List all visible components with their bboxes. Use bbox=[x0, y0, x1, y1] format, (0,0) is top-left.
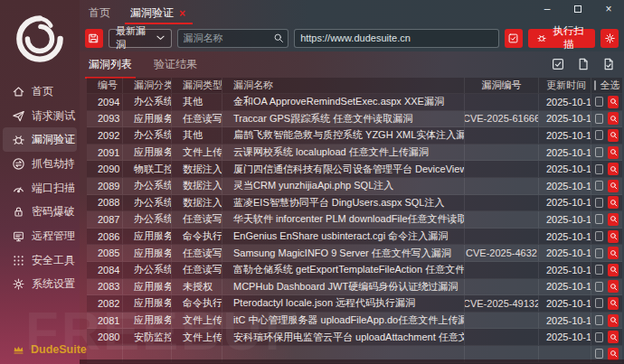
filter-dropdown[interactable]: 最新漏洞 bbox=[109, 29, 172, 48]
row-checkbox[interactable] bbox=[595, 130, 603, 140]
row-search-button[interactable] bbox=[608, 331, 619, 343]
cell-updated: 2025-10-13 bbox=[539, 279, 591, 295]
row-checkbox[interactable] bbox=[595, 198, 603, 208]
cell-name: MCPHub Dashboard JWT硬编码身份认证绕过漏洞 bbox=[222, 279, 465, 295]
cell-updated: 2025-10-17 bbox=[539, 145, 591, 161]
vuln-name-search-input[interactable] bbox=[177, 29, 289, 48]
sidebar-item-1[interactable]: 请求测试 bbox=[0, 104, 80, 128]
tab-1[interactable]: 漏洞验证× bbox=[130, 5, 185, 21]
col-header-name[interactable]: 漏洞名称 bbox=[222, 78, 465, 93]
col-header-cve[interactable]: 漏洞编号 bbox=[465, 78, 539, 93]
sidebar-item-7[interactable]: 安全工具 bbox=[0, 248, 80, 273]
row-search-button[interactable] bbox=[608, 112, 619, 125]
sidebar-item-6[interactable]: 远程管理 bbox=[0, 224, 80, 248]
sidebar-item-4[interactable]: 端口扫描 bbox=[0, 176, 80, 201]
cell-actions bbox=[591, 195, 622, 211]
execute-scan-button[interactable]: 执行扫描 bbox=[528, 29, 595, 48]
row-checkbox[interactable] bbox=[595, 332, 603, 342]
cell-actions bbox=[591, 161, 622, 177]
row-search-button[interactable] bbox=[608, 146, 619, 159]
search-icon[interactable] bbox=[273, 33, 284, 43]
row-search-button[interactable] bbox=[608, 314, 619, 327]
row-search-button[interactable] bbox=[608, 297, 619, 310]
row-search-button[interactable] bbox=[608, 196, 619, 209]
select-all-checkbox[interactable] bbox=[594, 80, 596, 90]
close-button[interactable]: × bbox=[602, 3, 615, 15]
table-row[interactable]: 2084 办公系统 任意读写 富勒仓储系统 getExportTemplateF… bbox=[87, 262, 622, 279]
row-checkbox[interactable] bbox=[595, 298, 603, 308]
row-checkbox[interactable] bbox=[595, 349, 603, 359]
row-search-button[interactable] bbox=[608, 280, 619, 293]
table-row[interactable]: 2091 应用服务 文件上传 云课网校系统 localupload 任意文件上传… bbox=[87, 145, 622, 162]
row-search-button[interactable] bbox=[608, 230, 619, 243]
row-checkbox[interactable] bbox=[595, 97, 603, 107]
row-search-button[interactable] bbox=[608, 163, 619, 175]
sidebar-item-2[interactable]: 漏洞验证 bbox=[3, 127, 77, 152]
col-header-id[interactable]: 编号 bbox=[87, 78, 123, 93]
row-checkbox[interactable] bbox=[595, 315, 603, 325]
edit-task-button[interactable] bbox=[505, 29, 523, 48]
table-row[interactable]: 2081 应用服务 文件上传 itC 中心管理服务器 uploadFileApp… bbox=[87, 313, 622, 330]
cell-name: Traccar GPS跟踪系统 任意文件读取漏洞 bbox=[222, 111, 465, 127]
table-row[interactable]: 2086 应用服务 命令执行 EnGenius EnShare usbinter… bbox=[87, 229, 622, 246]
row-checkbox[interactable] bbox=[595, 181, 603, 191]
row-checkbox[interactable] bbox=[595, 147, 603, 157]
table-row[interactable]: 2089 办公系统 数据注入 灵当CRM yunzhijiaApi.php SQ… bbox=[87, 178, 622, 195]
table-row[interactable]: 2088 办公系统 数据注入 蓝凌EIS智慧协同平台 DingUsers.asp… bbox=[87, 195, 622, 212]
table-row[interactable]: 2080 安防监控 文件上传 安科瑞环保用电监管云平台 uploadAttach… bbox=[87, 329, 622, 346]
tools-icon bbox=[12, 254, 25, 267]
row-search-button[interactable] bbox=[608, 348, 619, 360]
cell-id: 2082 bbox=[87, 295, 123, 312]
row-checkbox[interactable] bbox=[595, 282, 603, 292]
maximize-button[interactable] bbox=[572, 3, 584, 15]
cell-category: 应用服务 bbox=[123, 145, 172, 161]
subtab-1[interactable]: 验证结果 bbox=[154, 57, 197, 72]
table-row[interactable]: 2087 办公系统 任意读写 华天软件 inforcenter PLM down… bbox=[87, 211, 622, 229]
row-checkbox[interactable] bbox=[595, 248, 603, 258]
save-button[interactable] bbox=[85, 29, 103, 48]
row-checkbox[interactable] bbox=[595, 164, 603, 174]
target-url-input[interactable] bbox=[294, 29, 499, 48]
row-checkbox[interactable] bbox=[595, 114, 603, 124]
row-search-button[interactable] bbox=[608, 96, 619, 108]
cell-id: 2085 bbox=[87, 245, 123, 261]
row-search-button[interactable] bbox=[608, 247, 619, 259]
subtab-0[interactable]: 漏洞列表 bbox=[89, 57, 132, 72]
sidebar-item-8[interactable]: 系统设置 bbox=[0, 273, 80, 297]
col-header-updated[interactable]: 更新时间 bbox=[539, 78, 591, 93]
table-row[interactable]: 2082 应用服务 命令执行 Pterodactyl locale.json 远… bbox=[87, 295, 622, 313]
document-icon[interactable] bbox=[576, 57, 591, 72]
cell-id: 2080 bbox=[87, 329, 123, 345]
row-checkbox[interactable] bbox=[595, 265, 603, 275]
col-header-category[interactable]: 漏洞分类 bbox=[123, 78, 172, 93]
tab-close-icon[interactable]: × bbox=[179, 8, 185, 19]
cell-category: 办公系统 bbox=[123, 262, 172, 278]
row-search-button[interactable] bbox=[608, 180, 619, 192]
sidebar-item-3[interactable]: 抓包劫持 bbox=[0, 152, 80, 176]
row-search-button[interactable] bbox=[608, 213, 619, 226]
row-checkbox[interactable] bbox=[595, 214, 603, 224]
document-check-icon[interactable] bbox=[601, 57, 617, 72]
tab-0[interactable]: 首页 bbox=[89, 5, 110, 21]
table-row[interactable]: 2090 物联工控 数据注入 厦门四信通信科技有限公司设备管理平台 Device… bbox=[87, 161, 622, 178]
table-row[interactable]: 2093 应用服务 任意读写 Traccar GPS跟踪系统 任意文件读取漏洞 … bbox=[87, 111, 622, 128]
table-row[interactable]: 2094 办公系统 其他 金和OA ApproveRemindSetExec.a… bbox=[87, 94, 622, 111]
cell-name: itC 中心管理服务器 uploadFileApp.do任意文件上传漏洞 bbox=[222, 313, 465, 329]
cell-cve: CVE-2025-49132 bbox=[465, 295, 539, 312]
minimize-button[interactable]: – bbox=[541, 3, 553, 15]
table-row[interactable]: 2085 应用服务 任意读写 Samsung MagicINFO 9 Serve… bbox=[87, 245, 622, 262]
home-icon bbox=[12, 85, 25, 98]
cell-name: 蓝凌EIS智慧协同平台 DingUsers.aspx SQL注入 bbox=[222, 195, 465, 211]
row-checkbox[interactable] bbox=[595, 231, 603, 241]
cell-updated: 2025-10-13 bbox=[539, 195, 591, 211]
sidebar-nav: 首页请求测试漏洞验证抓包劫持端口扫描密码爆破远程管理安全工具系统设置 bbox=[0, 79, 80, 296]
edit-selection-button[interactable] bbox=[551, 57, 566, 72]
row-search-button[interactable] bbox=[608, 264, 619, 276]
col-header-type[interactable]: 漏洞类型 bbox=[172, 78, 222, 93]
row-search-button[interactable] bbox=[608, 129, 619, 142]
table-row[interactable]: 2083 应用服务 未授权 MCPHub Dashboard JWT硬编码身份认… bbox=[87, 279, 622, 296]
sidebar-item-5[interactable]: 密码爆破 bbox=[0, 200, 80, 224]
scan-settings-button[interactable] bbox=[600, 29, 619, 48]
table-row[interactable]: 2092 办公系统 其他 扁鹊飞救智能急救与质控系统 YZGH XML实体注入漏… bbox=[87, 127, 622, 145]
sidebar-item-0[interactable]: 首页 bbox=[0, 79, 80, 104]
